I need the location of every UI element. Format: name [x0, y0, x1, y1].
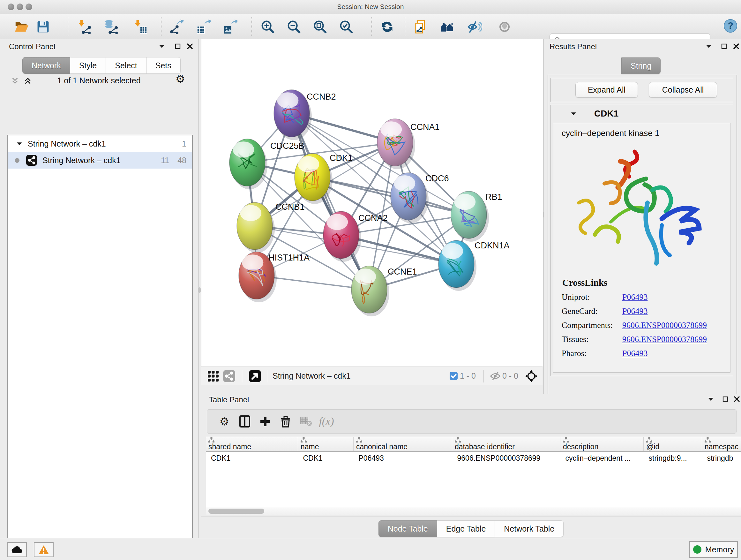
- table-cell[interactable]: cyclin–dependent ...: [560, 451, 644, 464]
- table-options-gear-icon[interactable]: ⚙: [214, 413, 234, 430]
- tab-style[interactable]: Style: [70, 57, 106, 74]
- panel-close-icon[interactable]: [731, 394, 741, 404]
- birds-eye-view-icon[interactable]: [247, 368, 263, 384]
- node-CCNA1[interactable]: CCNA1: [377, 119, 440, 169]
- show-all-panels-button[interactable]: [439, 19, 455, 35]
- export-image-button[interactable]: [222, 19, 238, 35]
- tab-string[interactable]: String: [621, 57, 661, 74]
- splitter-handle[interactable]: [198, 287, 201, 293]
- open-session-button[interactable]: [13, 19, 29, 35]
- zoom-out-button[interactable]: [286, 19, 302, 35]
- scrollbar-thumb[interactable]: [208, 509, 264, 514]
- panel-close-icon[interactable]: [731, 42, 741, 51]
- network-collection-row[interactable]: String Network – cdk1 1: [8, 135, 192, 152]
- save-session-button[interactable]: [35, 19, 51, 35]
- network-thumbnail-icon[interactable]: [221, 368, 238, 384]
- table-cell[interactable]: P06493: [354, 451, 452, 464]
- grid-view-icon[interactable]: [205, 368, 221, 384]
- node-RB1[interactable]: RB1: [451, 191, 502, 242]
- column-header-description[interactable]: description: [560, 437, 644, 451]
- expand-all-button[interactable]: Expand All: [576, 82, 638, 98]
- show-columns-icon[interactable]: [234, 413, 255, 430]
- crosslink-row: Tissues:9606.ENSP00000378699: [562, 334, 730, 344]
- node-CCNB1[interactable]: CCNB1: [237, 202, 305, 253]
- zoom-fit-button[interactable]: [312, 19, 328, 35]
- column-header--id[interactable]: @id: [644, 437, 702, 451]
- toolbar-separator: [161, 17, 161, 36]
- export-network-button[interactable]: [169, 19, 185, 35]
- table-row[interactable]: CDK1CDK1P064939606.ENSP00000378699cyclin…: [206, 451, 741, 464]
- column-header-canonical-name[interactable]: canonical name: [354, 437, 452, 451]
- node-CCNE1[interactable]: CCNE1: [351, 266, 417, 316]
- network-row-selected[interactable]: String Network – cdk1 11 48: [8, 152, 192, 169]
- network-canvas[interactable]: CCNB2CCNA1CDC25BCDK1CDC6RB1CCNB1CCNA2CDK…: [201, 39, 543, 367]
- import-network-file-button[interactable]: [76, 19, 92, 35]
- column-header-namespac[interactable]: namespac: [702, 437, 741, 451]
- column-header-shared-name[interactable]: shared name: [206, 437, 298, 451]
- table-cell[interactable]: stringdb:9...: [644, 451, 702, 464]
- tab-select[interactable]: Select: [106, 57, 146, 74]
- selected-checkbox-icon[interactable]: [448, 368, 460, 384]
- import-network-database-button[interactable]: [103, 19, 119, 35]
- hide-panels-button[interactable]: [467, 19, 482, 35]
- crosslink-link[interactable]: P06493: [622, 307, 648, 316]
- zoom-selected-button[interactable]: [338, 19, 354, 35]
- help-button[interactable]: ?: [723, 18, 738, 34]
- column-header-name[interactable]: name: [298, 437, 354, 451]
- node-label: RB1: [485, 192, 502, 202]
- tab-edge-table[interactable]: Edge Table: [437, 520, 495, 537]
- panel-menu-icon[interactable]: [705, 394, 716, 404]
- add-column-icon[interactable]: [255, 413, 275, 430]
- table-cell[interactable]: 9606.ENSP00000378699: [452, 451, 560, 464]
- export-network-icon: [169, 19, 184, 34]
- export-table-button[interactable]: [195, 19, 211, 35]
- delete-column-trash-icon[interactable]: [275, 413, 296, 430]
- tab-network-table[interactable]: Network Table: [495, 520, 563, 537]
- node-HIST1H1A[interactable]: HIST1H1A: [239, 252, 310, 302]
- cloud-button[interactable]: [7, 542, 27, 557]
- cdk1-section-header[interactable]: CDK1: [550, 105, 733, 122]
- panel-menu-icon[interactable]: [156, 42, 167, 51]
- warnings-button[interactable]: [34, 542, 54, 557]
- clone-network-button[interactable]: [413, 19, 429, 35]
- disclosure-triangle-icon[interactable]: [571, 112, 576, 116]
- crosslink-link[interactable]: 9606.ENSP00000378699: [622, 320, 707, 330]
- crosslink-link[interactable]: 9606.ENSP00000378699: [622, 334, 707, 344]
- function-builder-icon[interactable]: f(x): [316, 413, 337, 430]
- network-options-gear-icon[interactable]: ⚙: [175, 74, 186, 84]
- node-CDC25B[interactable]: CDC25B: [229, 139, 305, 189]
- panel-float-icon[interactable]: [719, 42, 730, 51]
- clone-network-icon: [414, 19, 428, 34]
- network-share-icon: [26, 154, 37, 166]
- tab-node-table[interactable]: Node Table: [379, 520, 437, 537]
- node-CCNB2[interactable]: CCNB2: [274, 90, 336, 140]
- collapse-all-button[interactable]: Collapse All: [649, 82, 717, 98]
- import-table-button[interactable]: [132, 19, 148, 35]
- crosslink-link[interactable]: P06493: [622, 349, 648, 358]
- disclosure-triangle-icon[interactable]: [17, 142, 22, 145]
- panel-close-icon[interactable]: [185, 42, 195, 51]
- collapse-all-chevron-icon[interactable]: [10, 76, 20, 85]
- node-CDKN1A[interactable]: CDKN1A: [439, 240, 510, 291]
- table-cell[interactable]: CDK1: [298, 451, 354, 464]
- panel-menu-icon[interactable]: [703, 42, 714, 51]
- hidden-eye-slash-icon[interactable]: [488, 368, 502, 384]
- tab-sets[interactable]: Sets: [146, 57, 181, 74]
- crosslink-link[interactable]: P06493: [622, 293, 648, 302]
- fit-selected-crosshair-icon[interactable]: [523, 368, 540, 384]
- memory-button[interactable]: Memory: [689, 541, 738, 558]
- table-cell[interactable]: stringdb: [702, 451, 741, 464]
- eye-disabled-button[interactable]: [496, 19, 513, 35]
- network-graph[interactable]: CCNB2CCNA1CDC25BCDK1CDC6RB1CCNB1CCNA2CDK…: [201, 39, 543, 367]
- expand-all-chevron-icon[interactable]: [22, 76, 33, 85]
- tab-network[interactable]: Network: [22, 57, 70, 74]
- zoom-in-button[interactable]: [260, 19, 276, 35]
- panel-float-icon[interactable]: [172, 42, 183, 51]
- panel-float-icon[interactable]: [720, 394, 731, 404]
- column-header-database-identifier[interactable]: database identifier: [452, 437, 560, 451]
- apply-layout-button[interactable]: [379, 19, 395, 35]
- edge-CCNB2-CCNE1[interactable]: [292, 113, 369, 290]
- table-cell[interactable]: CDK1: [206, 451, 298, 464]
- table-horizontal-scrollbar[interactable]: [206, 507, 741, 515]
- delete-table-icon[interactable]: [296, 413, 316, 430]
